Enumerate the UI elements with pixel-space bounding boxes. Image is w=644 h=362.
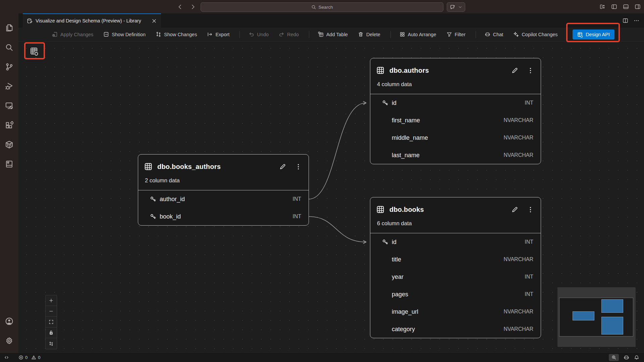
apply-changes-icon (52, 32, 58, 37)
show-changes-icon (156, 32, 161, 37)
column-row[interactable]: pages INT (370, 286, 541, 303)
explorer-icon[interactable] (0, 18, 18, 38)
column-row[interactable]: title NVARCHAR (370, 251, 541, 268)
table-card-books[interactable]: dbo.books 6 column data id INT (370, 197, 541, 338)
search-icon (311, 5, 316, 10)
column-row[interactable]: year INT (370, 268, 541, 286)
table-icon (376, 205, 384, 214)
zoom-status-button[interactable] (609, 354, 619, 361)
column-row[interactable]: author_id INT (138, 190, 309, 208)
editor-more-actions-icon[interactable] (634, 18, 639, 23)
delete-button[interactable]: Delete (358, 32, 380, 37)
column-count: 2 column data (145, 177, 302, 184)
column-count: 6 column data (377, 220, 534, 227)
primary-key-icon (378, 239, 392, 246)
show-changes-button[interactable]: Show Changes (156, 32, 197, 37)
copilot-chat-button[interactable] (447, 2, 465, 12)
split-editor-icon[interactable] (623, 18, 628, 23)
chat-button[interactable]: Chat (485, 32, 503, 37)
remote-explorer-icon[interactable] (0, 96, 18, 115)
show-definition-label: Show Definition (112, 32, 146, 37)
chevron-down-icon[interactable] (458, 5, 462, 9)
export-button[interactable]: Export (207, 32, 229, 37)
auto-arrange-button[interactable]: Auto Arrange (399, 32, 436, 37)
account-icon[interactable] (0, 311, 18, 331)
toolbar-separator (239, 31, 240, 38)
copilot-changes-label: Copilot Changes (522, 32, 557, 37)
fit-view-button[interactable] (46, 317, 57, 327)
design-api-button[interactable]: Design API (573, 29, 614, 40)
edit-table-icon[interactable] (279, 163, 286, 170)
toolbar-separator (390, 31, 391, 38)
toggle-sidebar-left-icon[interactable] (611, 4, 617, 10)
table-designer-button[interactable] (27, 45, 42, 58)
export-icon (207, 32, 213, 37)
filter-label: Filter (455, 32, 466, 37)
vscode-window: Search (0, 0, 644, 362)
table-icon (144, 163, 152, 171)
apply-changes-label: Apply Changes (60, 32, 93, 37)
run-debug-icon[interactable] (0, 76, 18, 96)
warnings-icon (31, 355, 36, 360)
column-row[interactable]: middle_name NVARCHAR (370, 129, 541, 146)
tab-visualize-schema[interactable]: Visualize and Design Schema (Preview) - … (23, 13, 161, 27)
database-projects-icon[interactable] (0, 154, 18, 174)
schema-designer-tab-icon (27, 18, 33, 24)
customize-layout-icon[interactable] (599, 4, 605, 10)
schema-canvas[interactable]: dbo.books_authors 2 column data author_i… (18, 42, 644, 353)
column-row[interactable]: id INT (370, 94, 541, 112)
lock-button[interactable] (46, 327, 57, 338)
errors-icon (18, 355, 23, 360)
table-card-books-authors[interactable]: dbo.books_authors 2 column data author_i… (138, 154, 309, 226)
table-card-authors[interactable]: dbo.authors 4 column data id INT (370, 58, 541, 164)
undo-icon (249, 32, 254, 37)
primary-key-icon (146, 196, 160, 203)
column-row[interactable]: image_url NVARCHAR (370, 303, 541, 320)
filter-button[interactable]: Filter (446, 32, 466, 37)
problems-indicator[interactable]: 0 0 (18, 355, 40, 360)
reset-layout-button[interactable] (46, 338, 57, 349)
undo-button[interactable]: Undo (249, 32, 269, 37)
toggle-panel-icon[interactable] (623, 4, 629, 10)
column-row[interactable]: first_name NVARCHAR (370, 112, 541, 129)
tab-close-icon[interactable] (151, 18, 157, 24)
show-definition-button[interactable]: Show Definition (103, 32, 146, 37)
column-row[interactable]: category NVARCHAR (370, 320, 541, 338)
column-row[interactable]: id INT (370, 233, 541, 251)
remote-indicator-icon[interactable] (4, 355, 9, 360)
zoom-out-button[interactable] (46, 306, 57, 317)
toggle-sidebar-right-icon[interactable] (635, 4, 641, 10)
design-api-label: Design API (586, 32, 610, 37)
column-row[interactable]: book_id INT (138, 208, 309, 225)
notifications-bell-icon[interactable] (634, 355, 639, 360)
back-icon[interactable] (177, 4, 183, 10)
zoom-in-button[interactable] (46, 295, 57, 306)
containers-icon[interactable] (0, 135, 18, 154)
redo-button[interactable]: Redo (279, 32, 299, 37)
minimap[interactable] (557, 287, 636, 347)
add-table-label: Add Table (326, 32, 348, 37)
errors-count: 0 (25, 355, 28, 360)
settings-gear-icon[interactable] (0, 331, 18, 350)
relationship-edges (18, 42, 644, 353)
add-table-button[interactable]: Add Table (318, 32, 348, 37)
column-row[interactable]: last_name NVARCHAR (370, 146, 541, 164)
apply-changes-button[interactable]: Apply Changes (52, 32, 93, 37)
status-bar: 0 0 (0, 353, 644, 362)
copilot-changes-button[interactable]: Copilot Changes (513, 32, 557, 37)
auto-arrange-icon (399, 32, 405, 37)
forward-icon[interactable] (190, 4, 196, 10)
table-menu-icon[interactable] (295, 163, 302, 170)
search-input[interactable]: Search (201, 2, 443, 12)
search-view-icon[interactable] (0, 38, 18, 57)
zoom-in-status-icon (611, 355, 616, 360)
table-menu-icon[interactable] (527, 67, 534, 74)
copilot-status-icon[interactable] (624, 355, 629, 360)
title-bar: Search (0, 0, 644, 13)
extensions-icon[interactable] (0, 115, 18, 135)
source-control-icon[interactable] (0, 57, 18, 76)
edit-table-icon[interactable] (511, 67, 518, 74)
table-name: dbo.books (389, 206, 424, 214)
edit-table-icon[interactable] (511, 206, 518, 213)
table-menu-icon[interactable] (527, 206, 534, 213)
